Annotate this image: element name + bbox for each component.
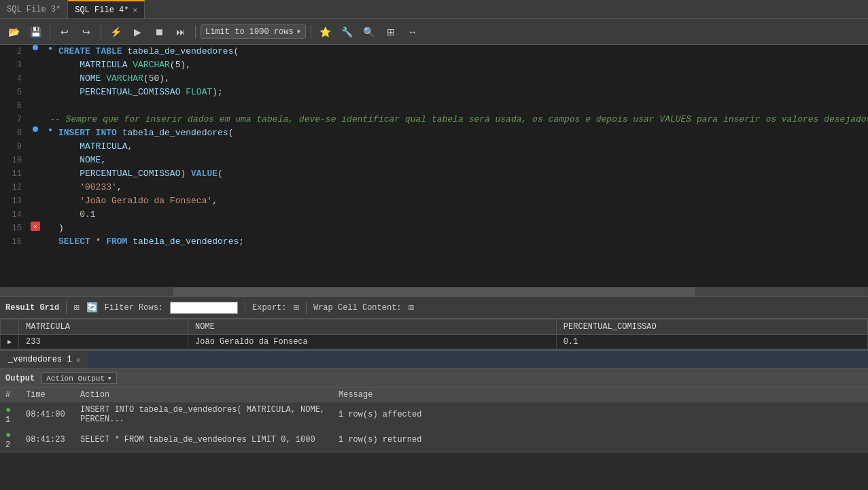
tab-sql-file-4[interactable]: SQL File 4* ✕ bbox=[68, 0, 145, 18]
wrap-label: Wrap Cell Content: bbox=[313, 303, 402, 313]
grid-icon: ⊞ bbox=[73, 302, 79, 313]
output-tab-label: _vendedores 1 bbox=[8, 355, 72, 364]
tab-close-icon[interactable]: ✕ bbox=[133, 5, 137, 14]
skip-button[interactable]: ⏭ bbox=[171, 23, 190, 41]
output-cell-num: ● 2 bbox=[0, 427, 20, 453]
limit-dropdown[interactable]: Limit to 1000 rows ▾ bbox=[201, 24, 306, 39]
redo-button[interactable]: ↪ bbox=[77, 23, 96, 41]
stop-button[interactable]: ⏹ bbox=[150, 23, 169, 41]
line-content: NOME VARCHAR(50), bbox=[56, 72, 868, 86]
output-row-num: 2 bbox=[5, 440, 10, 450]
undo-button[interactable]: ↩ bbox=[55, 23, 74, 41]
filter-input[interactable] bbox=[170, 302, 238, 314]
col-message: Message bbox=[333, 388, 868, 402]
exec-circle-icon: ● bbox=[48, 126, 52, 134]
line-content: ) bbox=[56, 222, 868, 235]
exec-sel-button[interactable]: ▶ bbox=[128, 23, 147, 41]
result-grid-label: Result Grid bbox=[5, 303, 59, 313]
filter-rows-label: Filter Rows: bbox=[105, 303, 163, 313]
result-table-wrap: MATRICULA NOME PERCENTUAL_COMISSAO ▶ 233… bbox=[0, 319, 868, 349]
col-hash: # bbox=[0, 388, 20, 402]
output-section: Output Action Output ▾ # Time Action Mes… bbox=[0, 368, 868, 453]
line-content: '00233', bbox=[56, 181, 868, 194]
code-line-8: 8 ● INSERT INTO tabela_de_vendedores( bbox=[0, 126, 868, 140]
exec-circle-icon: ● bbox=[48, 45, 52, 52]
output-tab-close-icon[interactable]: ✕ bbox=[76, 355, 81, 364]
output-row-2: ● 2 08:41:23 SELECT * FROM tabela_de_ven… bbox=[0, 427, 868, 453]
line-content: INSERT INTO tabela_de_vendedores( bbox=[56, 126, 868, 140]
bottom-area: Result Grid ⊞ 🔄 Filter Rows: Export: ⊞ W… bbox=[0, 296, 868, 490]
line-content: 0.1 bbox=[56, 208, 868, 222]
status-ok-icon: ● bbox=[5, 430, 11, 440]
code-line-7: 7 -- Sempre que for inserir dados em uma… bbox=[0, 113, 868, 126]
rollback-button[interactable]: 🔍 bbox=[360, 23, 379, 41]
horizontal-scrollbar[interactable] bbox=[0, 287, 868, 296]
error-icon: ✕ bbox=[31, 222, 40, 231]
code-line-4: 4 NOME VARCHAR(50), bbox=[0, 72, 868, 86]
status-ok-icon: ● bbox=[5, 404, 11, 415]
result-section: Result Grid ⊞ 🔄 Filter Rows: Export: ⊞ W… bbox=[0, 296, 868, 349]
line-content: 'João Geraldo da Fonseca', bbox=[56, 194, 868, 208]
table-row[interactable]: ▶ 233 João Geraldo da Fonseca 0.1 bbox=[1, 335, 868, 349]
code-line-13: 13 'João Geraldo da Fonseca', bbox=[0, 194, 868, 208]
save-button[interactable]: 💾 bbox=[26, 23, 45, 41]
row-selector-header bbox=[1, 319, 19, 335]
tab-label: SQL File 4* bbox=[75, 5, 128, 15]
result-toolbar: Result Grid ⊞ 🔄 Filter Rows: Export: ⊞ W… bbox=[0, 297, 868, 319]
breakpoint-dot[interactable] bbox=[33, 45, 38, 50]
breakpoint-dot[interactable] bbox=[33, 126, 38, 132]
col-time: Time bbox=[20, 388, 75, 402]
line-content: PERCENTUAL_COMISSAO) VALUE( bbox=[56, 167, 868, 181]
line-content: NOME, bbox=[56, 154, 868, 167]
col-action: Action bbox=[75, 388, 333, 402]
col-nome: NOME bbox=[188, 319, 557, 335]
editor-area: 2 ● CREATE TABLE tabela_de_vendedores( 3… bbox=[0, 45, 868, 296]
line-content: MATRICULA, bbox=[56, 140, 868, 154]
code-editor[interactable]: 2 ● CREATE TABLE tabela_de_vendedores( 3… bbox=[0, 45, 868, 287]
toolbar-sep-2 bbox=[101, 25, 101, 39]
code-line-16: 16 SELECT * FROM tabela_de_vendedores; bbox=[0, 235, 868, 249]
filter-icon: 🔄 bbox=[86, 302, 98, 313]
output-header-row: # Time Action Message bbox=[0, 388, 868, 402]
code-line-6: 6 bbox=[0, 99, 868, 113]
toolbar: 📂 💾 ↩ ↪ ⚡ ▶ ⏹ ⏭ Limit to 1000 rows ▾ ⭐ 🔧… bbox=[0, 19, 868, 45]
row-arrow: ▶ bbox=[1, 335, 19, 349]
commit-button[interactable]: 🔧 bbox=[338, 23, 357, 41]
export-icon: ⊞ bbox=[294, 302, 299, 313]
code-line-12: 12 '00233', bbox=[0, 181, 868, 194]
code-line-15: 15 ✕ ) bbox=[0, 222, 868, 235]
code-lines: 2 ● CREATE TABLE tabela_de_vendedores( 3… bbox=[0, 45, 868, 287]
output-header: Output Action Output ▾ bbox=[0, 369, 868, 388]
output-table: # Time Action Message ● 1 08:41:00 INSER… bbox=[0, 388, 868, 453]
output-cell-time: 08:41:00 bbox=[20, 402, 75, 427]
open-button[interactable]: 📂 bbox=[4, 23, 23, 41]
result-table: MATRICULA NOME PERCENTUAL_COMISSAO ▶ 233… bbox=[0, 319, 868, 349]
exec-all-button[interactable]: ⚡ bbox=[106, 23, 125, 41]
explain-button[interactable]: ⭐ bbox=[316, 23, 335, 41]
tab-label: SQL File 3* bbox=[7, 5, 60, 14]
main-container: 2 ● CREATE TABLE tabela_de_vendedores( 3… bbox=[0, 45, 868, 490]
line-content: PERCENTUAL_COMISSAO FLOAT); bbox=[56, 86, 868, 99]
tab-sql-file-3[interactable]: SQL File 3* bbox=[0, 0, 68, 18]
toolbar-sep-1 bbox=[50, 25, 50, 39]
code-line-14: 14 0.1 bbox=[0, 208, 868, 222]
result-sep-3 bbox=[306, 302, 307, 314]
output-cell-num: ● 1 bbox=[0, 402, 20, 427]
cell-nome: João Geraldo da Fonseca bbox=[188, 335, 557, 349]
code-line-11: 11 PERCENTUAL_COMISSAO) VALUE( bbox=[0, 167, 868, 181]
cell-percentual: 0.1 bbox=[556, 335, 867, 349]
export-label: Export: bbox=[252, 303, 286, 313]
output-cell-action: INSERT INTO tabela_de_vendedores( MATRIC… bbox=[75, 402, 333, 427]
action-output-label: Action Output bbox=[46, 374, 105, 383]
toolbar-sep-4 bbox=[311, 25, 311, 39]
toggle-output-button[interactable]: ⊞ bbox=[381, 23, 400, 41]
format-button[interactable]: ↔ bbox=[403, 23, 422, 41]
code-line-3: 3 MATRICULA VARCHAR(5), bbox=[0, 58, 868, 72]
action-output-dropdown[interactable]: Action Output ▾ bbox=[41, 372, 116, 384]
output-tab-vendedores[interactable]: _vendedores 1 ✕ bbox=[0, 351, 88, 368]
line-content: -- Sempre que for inserir dados em uma t… bbox=[26, 113, 868, 126]
dropdown-arrow-icon: ▾ bbox=[296, 27, 301, 37]
result-sep bbox=[66, 302, 67, 314]
output-row-1: ● 1 08:41:00 INSERT INTO tabela_de_vende… bbox=[0, 402, 868, 427]
line-content: CREATE TABLE tabela_de_vendedores( bbox=[56, 45, 868, 58]
